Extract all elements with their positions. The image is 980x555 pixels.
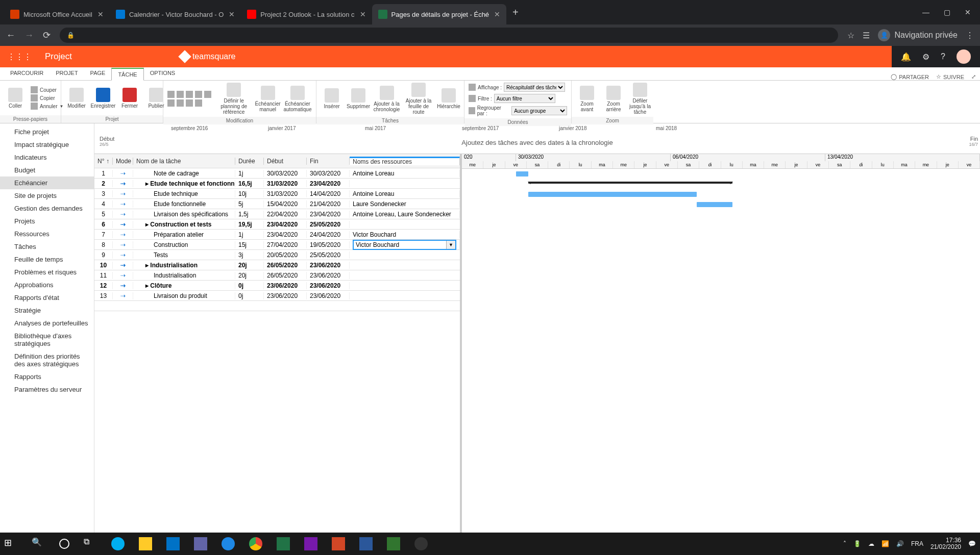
start-cell[interactable]: 23/04/2020 [264,231,307,238]
close-button[interactable]: Fermer [118,88,141,109]
resources-cell[interactable]: Laure Sondenecker [350,200,460,208]
close-icon[interactable]: ✕ [97,10,104,18]
start-cell[interactable]: 22/04/2020 [264,211,307,218]
chevron-down-icon[interactable]: ▼ [446,241,455,249]
end-cell[interactable]: 23/06/2020 [307,282,350,289]
forward-button[interactable]: → [24,30,34,41]
expand-icon[interactable]: ⤢ [971,73,976,80]
reload-button[interactable]: ⟳ [43,30,51,41]
undo-button[interactable]: Annuler ▼ [31,103,63,110]
sidebar-item[interactable]: Ressources [0,228,94,240]
skype-icon[interactable] [111,537,125,550]
cortana-icon[interactable] [59,539,69,549]
sidebar-item[interactable]: Bibliothèque d'axes stratégiques [0,330,94,350]
word-icon[interactable] [359,537,373,550]
browser-tab[interactable]: Pages de détails de projet - Éché✕ [372,4,507,24]
tray-chevron-icon[interactable]: ˄ [843,540,846,547]
start-cell[interactable]: 23/06/2020 [264,292,307,299]
ie-icon[interactable] [222,537,235,550]
onedrive-icon[interactable]: ☁ [868,540,874,547]
close-icon[interactable]: ✕ [494,10,500,18]
end-cell[interactable]: 25/05/2020 [307,221,350,228]
task-view-icon[interactable]: ⧉ [84,537,97,550]
sidebar-item[interactable]: Rapports [0,370,94,383]
start-cell[interactable]: 26/05/2020 [264,272,307,279]
end-cell[interactable]: 23/04/2020 [307,211,350,218]
table-row[interactable]: 11⇢Industrialisation20j26/05/202023/06/2… [94,270,460,281]
resources-cell[interactable]: Victor Bouchard▼ [350,240,460,250]
sidebar-item[interactable]: Définition des priorités des axes straté… [0,350,94,370]
duration-cell[interactable]: 0j [235,282,264,289]
table-row[interactable]: 2⇢▸ Etude technique et fonctionnelle16,5… [94,179,460,189]
sidebar-item[interactable]: Echéancier [0,176,94,189]
duration-cell[interactable]: 0j [235,292,264,299]
obs-icon[interactable] [414,537,428,550]
sidebar-item[interactable]: Projets [0,215,94,228]
add-roadmap-button[interactable]: Ajouter à la feuille de route [404,83,433,115]
action-center-icon[interactable]: 💬 [968,540,976,547]
search-icon[interactable]: 🔍 [32,537,45,550]
task-name-cell[interactable]: Construction [133,241,235,248]
close-icon[interactable]: ✕ [229,10,235,18]
table-row[interactable]: 9⇢Tests3j20/05/202025/05/2020 [94,250,460,260]
resources-cell[interactable]: Victor Bouchard [350,231,460,238]
sidebar-item[interactable]: Stratégie [0,304,94,317]
task-name-cell[interactable]: Etude technique [133,190,235,197]
start-cell[interactable]: 15/04/2020 [264,200,307,208]
help-icon[interactable]: ? [941,52,945,61]
excel-icon[interactable] [277,537,290,550]
sidebar-item[interactable]: Approbations [0,279,94,291]
ribbon-tab[interactable]: PAGE [84,67,112,80]
duration-cell[interactable]: 5j [235,200,264,208]
back-button[interactable]: ← [6,30,15,41]
follow-button[interactable]: ☆ SUIVRE [936,73,964,80]
end-cell[interactable]: 23/04/2020 [307,180,350,187]
bookmark-star-icon[interactable]: ☆ [847,31,854,40]
ribbon-tab[interactable]: PROJET [50,67,84,80]
avatar[interactable] [957,49,971,64]
sidebar-item[interactable]: Impact stratégique [0,138,94,151]
task-name-cell[interactable]: ▸ Clôture [133,282,235,289]
sidebar-item[interactable]: Tâches [0,240,94,253]
resource-select[interactable]: Victor Bouchard▼ [353,240,456,250]
clock[interactable]: 17:36 21/02/2020 [930,537,961,550]
share-button[interactable]: ◯ PARTAGER [891,73,929,80]
battery-icon[interactable]: 🔋 [853,540,861,547]
task-name-cell[interactable]: ▸ Industrialisation [133,262,235,269]
outlook-icon[interactable] [166,537,180,550]
task-name-cell[interactable]: ▸ Etude technique et fonctionnelle [133,180,235,187]
modify-button[interactable]: Modifier [65,88,88,109]
window-maximize[interactable]: ▢ [944,8,950,16]
duration-cell[interactable]: 1j [235,231,264,238]
sidebar-item[interactable]: Rapports d'état [0,291,94,304]
delete-button[interactable]: Supprimer [347,88,370,109]
resources-cell[interactable]: Antoine Loreau, Laure Sondenecker [350,211,460,218]
end-cell[interactable]: 25/05/2020 [307,251,350,259]
resources-cell[interactable]: Antoine Loreau [350,190,460,197]
table-row-empty[interactable] [94,301,460,311]
sidebar-item[interactable]: Paramètres du serveur [0,383,94,396]
sidebar-item[interactable]: Site de projets [0,189,94,202]
baseline-button[interactable]: Définir le planning de référence [215,83,252,115]
insert-button[interactable]: Insérer [321,88,343,109]
sidebar-item[interactable]: Gestion des demandes [0,202,94,215]
end-cell[interactable]: 23/06/2020 [307,262,350,269]
onenote-icon[interactable] [304,537,317,550]
chrome-icon[interactable] [249,537,262,550]
language-indicator[interactable]: FRA [911,540,923,547]
start-cell[interactable]: 31/03/2020 [264,190,307,197]
close-icon[interactable]: ✕ [360,10,366,18]
task-name-cell[interactable]: Industrialisation [133,272,235,279]
timeline-band[interactable]: Début26/5 septembre 2016janvier 2017mai … [94,123,980,154]
sidebar-item[interactable]: Feuille de temps [0,253,94,266]
filter-select[interactable]: Aucun filtre [494,94,555,103]
task-name-cell[interactable]: ▸ Construction et tests [133,221,235,228]
copy-button[interactable]: Copier [31,94,63,102]
table-row[interactable]: 8⇢Construction15j27/04/202019/05/2020Vic… [94,240,460,250]
sidebar-item[interactable]: Budget [0,164,94,176]
ribbon-tab[interactable]: OPTIONS [144,67,182,80]
table-row[interactable]: 5⇢Livraison des spécifications1,5j22/04/… [94,209,460,219]
browser-menu-icon[interactable]: ⋮ [966,31,974,40]
app-menu-icon[interactable]: ⋮⋮⋮ [0,52,39,62]
duration-cell[interactable]: 15j [235,241,264,248]
